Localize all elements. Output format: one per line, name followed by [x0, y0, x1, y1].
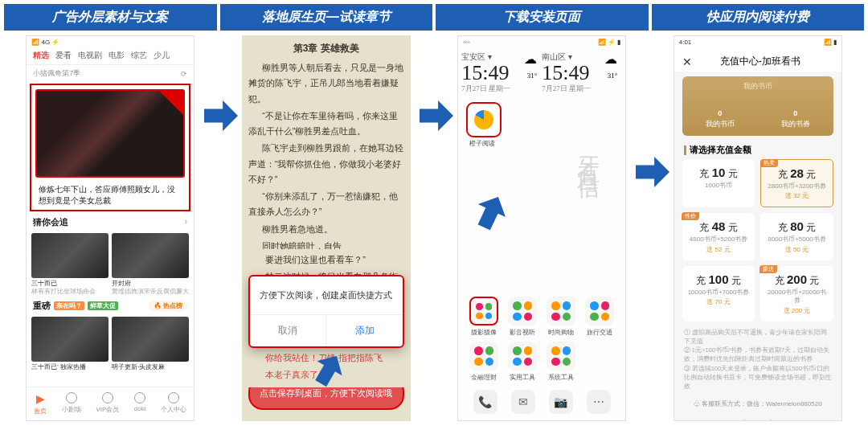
reader-para: “你别来添乱了，万一惹恼嫌犯，他直接杀人怎么办？” — [248, 189, 404, 220]
hot-button[interactable]: 🔥 热点榜 — [149, 301, 187, 311]
reader-para: 柳胜男着急地道。 — [248, 222, 404, 237]
promo-tag: 鲜草大促 — [88, 301, 118, 310]
sub-header: 小猪佩奇第7季⟳ — [27, 65, 194, 82]
rec-card[interactable]: 开封府黄维德饰演宋帝反腐倡廉大 — [112, 233, 189, 295]
folder-3[interactable]: 旅行交通 — [582, 297, 617, 337]
balance-banner: 我的书币 0我的书币 0我的书券 — [682, 76, 833, 136]
dock-more-icon[interactable]: ⋯ — [587, 390, 611, 414]
status-bar: ◦◦◦📶 ⚡ ▮ — [458, 36, 625, 48]
bottom-nav: ▶首页 小剧场 VIP会员 doki 个人中心 — [27, 387, 194, 420]
folder-0[interactable]: 摄影摄像 — [466, 297, 502, 337]
recharge-select-label: 请选择充值金额 — [684, 144, 832, 156]
stage-header-4: 快应用内阅读付费 — [652, 4, 865, 31]
section-heavy: 重磅 — [33, 300, 51, 312]
corner-ribbon — [159, 91, 183, 115]
promo-tag: 亲在吗？ — [54, 301, 84, 310]
dialog-add-button[interactable]: 添加 — [326, 315, 403, 346]
date-left: 7月27日 星期一 — [461, 84, 524, 94]
nav-home[interactable]: ▶首页 — [34, 392, 47, 416]
folder-4[interactable]: 金融理财 — [466, 342, 502, 382]
clock-left: 15:49 — [461, 63, 524, 84]
page-title: 充值中心-加班看书 — [698, 55, 833, 68]
tab-item[interactable]: 爱看 — [55, 50, 72, 61]
reader-para: “不是让你在车里待着吗，你来这里添乱干什么”柳胜男差点吐血。 — [248, 108, 404, 140]
dialog-title: 方便下次阅读，创建桌面快捷方式 — [250, 276, 403, 314]
tab-item[interactable]: 电视剧 — [78, 50, 102, 61]
recharge-option[interactable]: 充 100 元10000书币+7000书券送 70 元 — [682, 266, 755, 321]
reader-para: 陈飞宇走到柳胜男跟前，在她耳边轻声道：“我帮你抓住他，你做我小老婆好不好？” — [248, 141, 404, 187]
stage-header-3: 下载安装页面 — [436, 4, 649, 31]
flow-arrow-icon — [470, 190, 512, 234]
reader-para: 柳胜男等人朝后看去，只见是一身地摊货的陈飞宇，正吊儿郎当地看着嫌疑犯。 — [248, 60, 404, 107]
phone-homescreen: ◦◦◦📶 ⚡ ▮ 宝安区 ▾ 15:49 7月27日 星期一 ☁31° 南山区 … — [457, 35, 626, 421]
tab-item[interactable]: 综艺 — [131, 50, 147, 61]
pager-prev[interactable]: ‹ — [742, 415, 746, 421]
phone-ad-material: 📶 4G ⚡ 精选 爱看 电视剧 电影 综艺 少儿 小猪佩奇第7季⟳ 修炼七年下… — [26, 35, 194, 421]
shortcut-dialog: 方便下次阅读，创建桌面快捷方式 取消 添加 — [248, 275, 404, 348]
phone-recharge: 4:01📶 ▮ ✕ 充值中心-加班看书 我的书币 0我的书币 0我的书券 请选择… — [674, 35, 842, 421]
reader-app-icon[interactable] — [466, 102, 502, 137]
rec-card[interactable]: 三十而已' 独家热播 — [31, 317, 108, 371]
pager: ‹ › — [674, 411, 841, 421]
wallpaper-text: 牙有自信 — [572, 139, 603, 165]
folder-1[interactable]: 影音视听 — [505, 297, 540, 337]
tab-featured[interactable]: 精选 — [33, 50, 49, 61]
nav-item[interactable]: 个人中心 — [161, 392, 186, 416]
folder-5[interactable]: 实用工具 — [505, 342, 540, 382]
recharge-option[interactable]: 充 10 元1000书币 — [682, 159, 755, 207]
dock-camera-icon[interactable]: 📷 — [549, 390, 573, 414]
recharge-option[interactable]: 性价充 48 元4800书币+5200书券送 52 元 — [682, 213, 755, 260]
service-contact: ♧ 客服联系方式：微信：Watermelon880520 — [674, 397, 841, 411]
recharge-option[interactable]: 充 80 元8000书币+5000书券送 50 元 — [760, 213, 833, 260]
folder-2[interactable]: 时尚购物 — [543, 297, 579, 337]
weather-icon: ☁31° — [524, 51, 542, 94]
flow-arrow-icon — [636, 157, 669, 187]
stage-header-1: 广告外层素材与文案 — [4, 4, 217, 31]
recharge-option[interactable]: 豪送充 200 元20000书币+20000书券送 200 元 — [760, 266, 833, 321]
date-right: 7月27日 星期一 — [542, 84, 604, 94]
recharge-notes: ① 虚拟商品购买后不可退换，青少年请在家长陪同下充值② 1元=100书币/书券，… — [674, 321, 841, 398]
dock-message-icon[interactable]: ✉ — [511, 390, 535, 414]
rec-card[interactable]: 明子更新·头皮发麻 — [112, 317, 189, 371]
top-tabs: 精选 爱看 电视剧 电影 综艺 少儿 — [27, 48, 194, 65]
tab-item[interactable]: 电影 — [108, 50, 125, 61]
phone-landing-reader: 第3章 英雄救美 柳胜男等人朝后看去，只见是一身地摊货的陈飞宇，正吊儿郎当地看着… — [242, 35, 411, 421]
ad-caption: 修炼七年下山，答应师傅照顾女儿，没想到竟是个美女总裁 — [32, 181, 188, 209]
section-rec: 猜你会追 › — [27, 213, 194, 231]
flow-arrow-icon — [204, 100, 238, 131]
recharge-option[interactable]: 热卖充 28 元2800书币+3200书券送 32 元 — [760, 159, 833, 207]
tab-item[interactable]: 少儿 — [154, 50, 170, 61]
close-button[interactable]: ✕ — [682, 55, 692, 68]
nav-item[interactable]: VIP会员 — [96, 392, 119, 416]
ad-hero-image[interactable] — [35, 89, 185, 178]
status-bar: 4:01📶 ▮ — [674, 36, 841, 48]
nav-item[interactable]: doki — [134, 392, 146, 416]
flow-arrow-icon — [420, 100, 453, 131]
pager-next[interactable]: › — [770, 415, 774, 421]
chapter-title: 第3章 英雄救美 — [248, 40, 404, 57]
clock-right: 15:49 — [542, 63, 604, 84]
dialog-cancel-button[interactable]: 取消 — [250, 315, 326, 346]
stage-header-2: 落地原生页—试读章节 — [220, 4, 433, 31]
nav-item[interactable]: 小剧场 — [62, 392, 81, 416]
dock-phone-icon[interactable]: 📞 — [473, 390, 497, 414]
weather-icon: ☁31° — [604, 51, 622, 94]
folder-6[interactable]: 系统工具 — [543, 342, 579, 382]
refresh-icon[interactable]: ⟳ — [181, 70, 187, 78]
status-bar: 📶 4G ⚡ — [27, 36, 194, 48]
rec-card[interactable]: 三十而已林有有打比坐球场曲会 — [31, 233, 108, 295]
